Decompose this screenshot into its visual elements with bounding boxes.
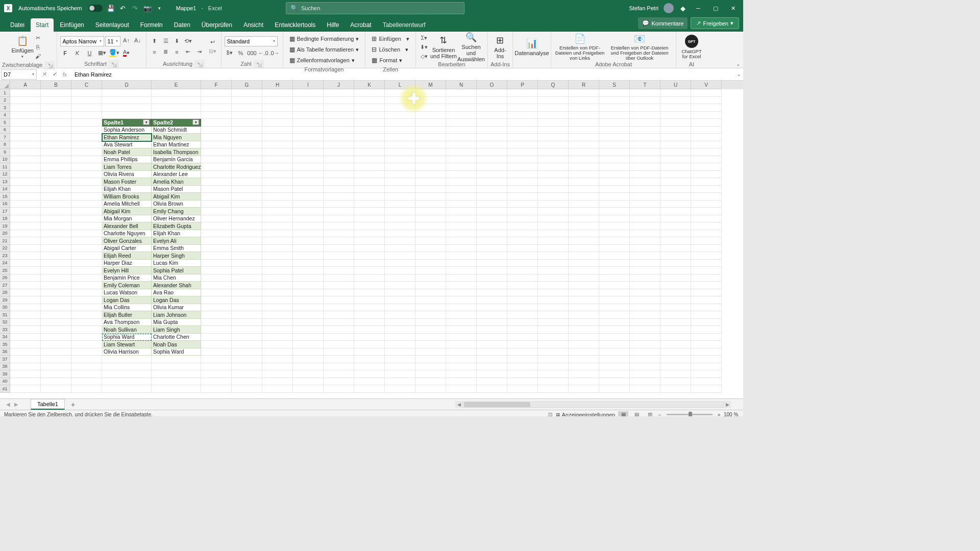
cell[interactable] [385, 267, 415, 274]
cell[interactable] [71, 215, 102, 223]
cell[interactable] [415, 252, 446, 260]
cell[interactable] [71, 274, 102, 282]
cell[interactable] [660, 348, 691, 356]
cell[interactable] [71, 304, 102, 312]
cell[interactable] [232, 148, 262, 156]
cell[interactable] [446, 304, 477, 312]
cell[interactable] [630, 171, 660, 179]
cell[interactable] [630, 282, 660, 289]
cell[interactable] [385, 186, 415, 193]
col-header[interactable]: G [232, 81, 262, 89]
tab-datei[interactable]: Datei [5, 18, 30, 32]
col-header[interactable]: U [660, 81, 691, 89]
cell[interactable] [477, 282, 507, 289]
cell[interactable] [569, 104, 599, 112]
cell[interactable] [10, 260, 41, 267]
cell[interactable] [630, 104, 660, 112]
increase-decimal-icon[interactable]: ←.0 [258, 49, 268, 57]
cell[interactable] [569, 341, 599, 348]
cell[interactable] [232, 230, 262, 238]
cell[interactable] [10, 148, 41, 156]
cell[interactable] [660, 201, 691, 208]
cell[interactable] [477, 237, 507, 245]
user-name[interactable]: Stefan Petri [629, 5, 658, 11]
cell[interactable] [599, 378, 630, 386]
cell[interactable] [660, 334, 691, 341]
cell[interactable] [507, 385, 538, 393]
cell[interactable] [691, 311, 722, 319]
cell[interactable] [232, 112, 262, 119]
row-header[interactable]: 5 [0, 119, 10, 127]
cell[interactable] [446, 245, 477, 253]
row-header[interactable]: 27 [0, 282, 10, 289]
cell[interactable] [102, 104, 152, 112]
cell[interactable] [71, 134, 102, 141]
cell[interactable] [293, 319, 324, 327]
cell[interactable] [385, 348, 415, 356]
cell[interactable] [71, 319, 102, 327]
cell[interactable] [324, 363, 354, 371]
cell[interactable] [507, 141, 538, 149]
cell[interactable] [262, 112, 293, 119]
cell[interactable] [201, 304, 232, 312]
cell[interactable] [293, 252, 324, 260]
cell[interactable] [354, 370, 385, 378]
cell[interactable]: Olivia Brown [152, 201, 201, 208]
cell[interactable] [599, 230, 630, 238]
cell[interactable] [630, 186, 660, 193]
cell[interactable] [660, 230, 691, 238]
cell[interactable] [691, 156, 722, 164]
cell[interactable] [691, 304, 722, 312]
currency-icon[interactable]: $▾ [225, 49, 235, 57]
cell[interactable] [660, 171, 691, 179]
cell[interactable] [660, 370, 691, 378]
cell[interactable] [41, 363, 71, 371]
cell[interactable] [71, 378, 102, 386]
cell[interactable] [538, 112, 569, 119]
cell[interactable]: Sophia Patel [152, 267, 201, 274]
cell[interactable] [293, 127, 324, 134]
tab-start[interactable]: Start [31, 18, 54, 32]
cell[interactable] [477, 326, 507, 334]
cell[interactable] [201, 134, 232, 141]
cell[interactable] [569, 237, 599, 245]
cell[interactable] [385, 378, 415, 386]
cell[interactable] [385, 296, 415, 304]
cell[interactable] [232, 119, 262, 127]
cell[interactable] [538, 385, 569, 393]
cell[interactable] [262, 186, 293, 193]
cell[interactable] [538, 104, 569, 112]
cell[interactable]: Mia Gupta [152, 319, 201, 327]
cell[interactable] [71, 171, 102, 179]
cell[interactable] [691, 296, 722, 304]
tab-hilfe[interactable]: Hilfe [322, 18, 344, 32]
cell[interactable] [71, 112, 102, 119]
cell[interactable] [10, 267, 41, 274]
cell[interactable] [10, 208, 41, 215]
cell[interactable] [630, 208, 660, 215]
cell[interactable] [201, 208, 232, 215]
cell[interactable] [599, 304, 630, 312]
cell[interactable] [660, 193, 691, 201]
cell[interactable] [660, 326, 691, 334]
cell[interactable] [41, 230, 71, 238]
cell[interactable] [262, 156, 293, 164]
cell[interactable] [691, 208, 722, 215]
cell[interactable] [10, 141, 41, 149]
cell[interactable] [630, 215, 660, 223]
cell[interactable] [41, 163, 71, 171]
cell[interactable] [385, 311, 415, 319]
cell[interactable] [201, 319, 232, 327]
cell[interactable] [446, 356, 477, 363]
cell[interactable]: Isabella Thompson [152, 148, 201, 156]
cell[interactable] [630, 274, 660, 282]
normal-view-icon[interactable]: ▦ [618, 411, 628, 417]
tab-seitenlayout[interactable]: Seitenlayout [90, 18, 134, 32]
cell[interactable] [324, 267, 354, 274]
cell[interactable] [538, 178, 569, 186]
cell[interactable] [569, 134, 599, 141]
cell[interactable] [385, 385, 415, 393]
cell[interactable]: Alexander Lee [152, 171, 201, 179]
cell[interactable] [599, 134, 630, 141]
cell[interactable] [538, 230, 569, 238]
